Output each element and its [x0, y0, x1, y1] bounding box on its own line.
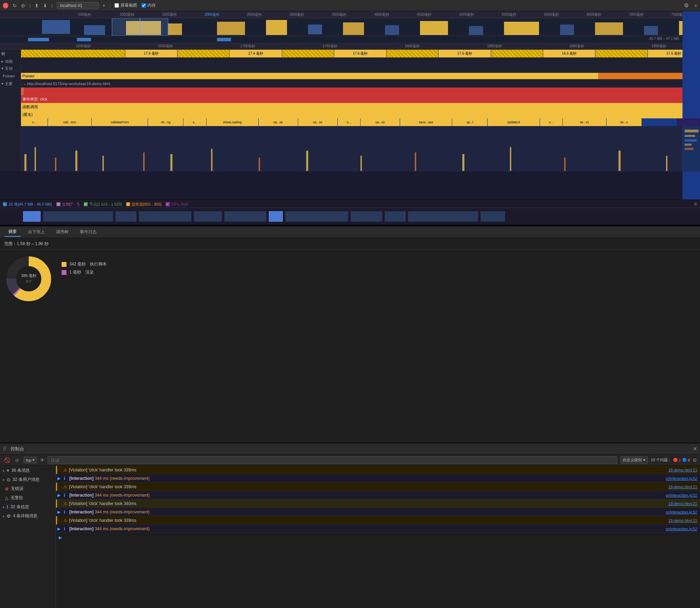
msg-4-source[interactable]: onInteraction.js:52: [663, 493, 697, 497]
sidebar-item-info[interactable]: ▸ ℹ 32 条信息: [0, 502, 56, 511]
filter-icon[interactable]: ⊘: [14, 457, 21, 464]
msg-7-icon: ⚠: [63, 518, 69, 523]
stop-button[interactable]: [3, 3, 8, 8]
break-button[interactable]: ⊘: [21, 3, 25, 8]
fc-updateUI[interactable]: updateUI: [488, 118, 540, 126]
context-selector[interactable]: top: [23, 457, 37, 463]
reload-button[interactable]: ↻: [13, 3, 17, 8]
console-drag-icon[interactable]: ⠿: [3, 446, 6, 452]
js-heap-checkbox[interactable]: ✓: [3, 202, 7, 206]
fc-blue1[interactable]: [642, 118, 677, 126]
memory-checkbox[interactable]: [141, 3, 146, 8]
svg-rect-32: [415, 152, 416, 171]
panel-tabs: 摘要 自下而上 调用树 事件日志: [0, 226, 700, 238]
fc-sase3[interactable]: sa...se: [360, 118, 400, 126]
memory-toggle[interactable]: 内存: [141, 2, 156, 8]
msg-interaction-2[interactable]: ▶ ℹ [Interaction] 344 ms (needs-improvem…: [56, 491, 700, 499]
msg-8-source[interactable]: onInteraction.js:52: [663, 527, 697, 531]
sidebar-item-user-messages[interactable]: ▸ ⊙ 32 条用户消息: [0, 475, 56, 484]
download-button[interactable]: ⬇: [43, 3, 47, 8]
msg-7-source[interactable]: 19-demo.html:21: [665, 518, 697, 523]
nodes-toggle[interactable]: ✓ 节点[1 523 - 1 523]: [84, 202, 122, 207]
js-heap-toggle[interactable]: ✓ JS 堆[45.7 MB - 46.5 MB]: [3, 202, 52, 207]
console-toolbar: 🚫 ⊘ top 👁 自定义级别 10 个问题： 🔴 2 🔵 8: [0, 455, 700, 466]
console-settings-icon[interactable]: ⚙: [693, 457, 697, 463]
fc-s2[interactable]: s...: [338, 118, 360, 126]
fc-dark1[interactable]: [677, 118, 700, 126]
msg-violation-1[interactable]: ⚠ [Violation] 'click' handler took 339ms…: [56, 466, 700, 474]
documents-toggle[interactable]: ✓ 文档[7 - 7]: [56, 202, 79, 207]
sidebar-item-no-errors[interactable]: ⊗ 无错误: [0, 484, 56, 493]
anim-chevron[interactable]: [1, 59, 4, 64]
tab-event-log[interactable]: 事件日志: [76, 228, 101, 236]
msg-3-source[interactable]: 19-demo.html:21: [665, 485, 697, 489]
mini-overview[interactable]: [0, 208, 700, 226]
msg-2-expand[interactable]: ▶: [57, 476, 62, 481]
sidebar-item-verbose[interactable]: ▸ ⚙ 4 条详细消息: [0, 511, 56, 520]
fc-vali[interactable]: vali...orm: [48, 118, 92, 126]
console-close-button[interactable]: ✕: [693, 445, 697, 452]
network-svg: [21, 36, 700, 43]
fc-shng[interactable]: sh...ng: [148, 118, 183, 126]
level-selector[interactable]: 自定义级别: [620, 456, 648, 464]
interact-chevron[interactable]: [1, 66, 4, 71]
msg-5-source[interactable]: 19-demo.html:21: [665, 502, 697, 506]
tab-call-tree[interactable]: 调用树: [52, 228, 73, 236]
fc-validateForm[interactable]: validateForm: [92, 118, 148, 126]
msg-violation-4[interactable]: ⚠ [Violation] 'click' handler took 339ms…: [56, 516, 700, 525]
filter-input[interactable]: [48, 456, 617, 464]
fc-secs[interactable]: se...cs: [563, 118, 607, 126]
upload-button[interactable]: ⬆: [35, 3, 39, 8]
fc-showLoading[interactable]: showLoading: [206, 118, 259, 126]
gpu-checkbox[interactable]: ✓: [166, 202, 170, 206]
screenshot-toggle[interactable]: 屏幕截图: [114, 2, 137, 8]
memory-options-icon[interactable]: ≡: [694, 201, 697, 207]
warn-badge[interactable]: 🔵 8: [682, 458, 690, 462]
listeners-toggle[interactable]: ✓ 监听器[955 - 955]: [126, 202, 162, 207]
console-messages-list: ⚠ [Violation] 'click' handler took 339ms…: [56, 466, 700, 608]
gpu-toggle[interactable]: ✓ GPU 内存: [166, 202, 188, 207]
toolbar-settings[interactable]: ≡: [694, 3, 697, 8]
msg-violation-2[interactable]: ⚠ [Violation] 'click' handler took 339ms…: [56, 483, 700, 491]
msg-interaction-1[interactable]: ▶ ℹ [Interaction] 344 ms (needs-improvem…: [56, 474, 700, 483]
svg-rect-38: [685, 130, 699, 132]
documents-checkbox[interactable]: ✓: [56, 202, 61, 206]
msg-6-expand[interactable]: ▶: [57, 510, 62, 514]
msg-2-source[interactable]: onInteraction.js:52: [663, 476, 697, 481]
msg-interaction-4[interactable]: ▶ ℹ [Interaction] 344 ms (needs-improvem…: [56, 525, 700, 533]
console-prompt[interactable]: ▶: [56, 533, 700, 542]
tab-bottom-up[interactable]: 自下而上: [24, 228, 49, 236]
msg-6-source[interactable]: onInteraction.js:52: [663, 510, 697, 514]
msg-interaction-3[interactable]: ▶ ℹ [Interaction] 344 ms (needs-improvem…: [56, 508, 700, 516]
eye-icon[interactable]: 👁: [40, 457, 45, 463]
msg-4-expand[interactable]: ▶: [57, 493, 62, 498]
fc-upl[interactable]: up...l: [452, 118, 488, 126]
listeners-checkbox[interactable]: ✓: [126, 202, 130, 206]
error-badge[interactable]: 🔴 2: [673, 458, 681, 462]
overview-bar[interactable]: 500毫秒 1000毫秒 1500毫秒 2000毫秒 2500毫秒 3000毫秒…: [0, 11, 700, 43]
msg-violation-3[interactable]: ⚠ [Violation] 'click' handler took 340ms…: [56, 499, 700, 508]
clear-messages-icon[interactable]: 🚫: [3, 457, 12, 464]
prompt-arrow-icon: ▶: [59, 535, 62, 540]
fc-sase1[interactable]: sa...se: [259, 118, 298, 126]
fc-u[interactable]: u...: [540, 118, 563, 126]
fc-savecase[interactable]: save...ase: [400, 118, 452, 126]
dropdown-arrow[interactable]: ▾: [103, 3, 105, 8]
sidebar-item-all-messages[interactable]: ▸ ≡ 36 条消息: [0, 466, 56, 475]
fc-s[interactable]: s...: [183, 118, 206, 126]
main-chevron[interactable]: [1, 82, 4, 86]
msg-1-source[interactable]: 19-demo.html:21: [665, 468, 697, 472]
svg-rect-13: [595, 22, 623, 35]
sidebar-item-no-warnings[interactable]: △ 无警告: [0, 493, 56, 502]
fc-sase2[interactable]: sa...se: [298, 118, 338, 126]
separator2: |: [51, 3, 52, 8]
tab-summary[interactable]: 摘要: [4, 227, 21, 237]
fc-v[interactable]: v...: [21, 118, 48, 126]
settings-icon[interactable]: ⚙: [684, 2, 689, 9]
pointer-bar[interactable]: Pointer: [21, 72, 700, 80]
msg-8-expand[interactable]: ▶: [57, 526, 62, 531]
screenshot-checkbox[interactable]: [114, 3, 119, 8]
nodes-checkbox[interactable]: ✓: [84, 202, 88, 206]
fc-ses[interactable]: se...s: [607, 118, 642, 126]
mini-bar-selected: [23, 211, 41, 222]
